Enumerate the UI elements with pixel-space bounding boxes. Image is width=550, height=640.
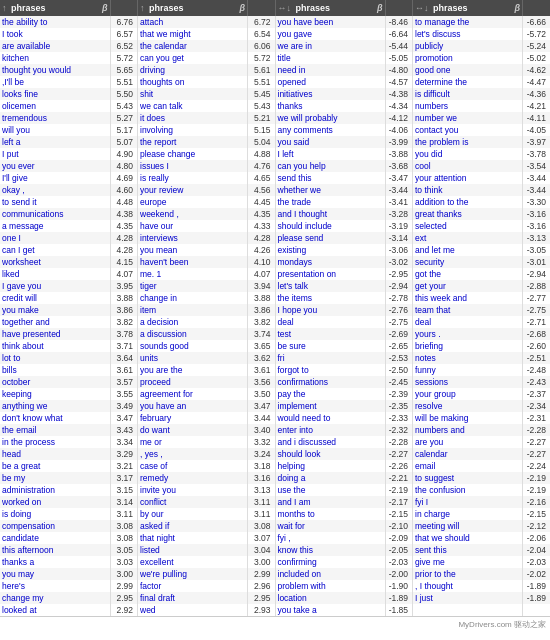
phrases-table: ↑ phrases β ↑ phrases β ↔↓ phrases β ↔↓ … bbox=[0, 0, 550, 616]
score-cell: -2.37 bbox=[523, 388, 551, 400]
phrase-cell: I'll give bbox=[0, 172, 110, 184]
phrase-cell: any comments bbox=[275, 124, 385, 136]
score-cell: -3.44 bbox=[523, 172, 551, 184]
score-cell: -2.78 bbox=[385, 292, 413, 304]
phrase-cell: presentation on bbox=[275, 268, 385, 280]
phrase-cell: give me bbox=[413, 556, 523, 568]
score-cell: 3.11 bbox=[248, 496, 276, 508]
phrase-cell: we're pulling bbox=[138, 568, 248, 580]
col-header-beta-3 bbox=[385, 0, 413, 16]
score-cell: -3.01 bbox=[523, 256, 551, 268]
phrase-cell: the email bbox=[0, 424, 110, 436]
score-cell: 3.00 bbox=[110, 568, 138, 580]
main-table-container: ↑ phrases β ↑ phrases β ↔↓ phrases β ↔↓ … bbox=[0, 0, 550, 632]
phrase-cell: is doing bbox=[0, 508, 110, 520]
score-cell: -1.89 bbox=[385, 592, 413, 604]
score-cell: 3.49 bbox=[110, 400, 138, 412]
score-cell: 4.48 bbox=[110, 196, 138, 208]
score-cell: -3.05 bbox=[523, 244, 551, 256]
score-cell: -5.44 bbox=[385, 40, 413, 52]
score-cell: -2.04 bbox=[523, 544, 551, 556]
score-cell: -2.10 bbox=[385, 520, 413, 532]
phrase-cell: proceed bbox=[138, 376, 248, 388]
phrase-cell: be my bbox=[0, 472, 110, 484]
score-cell: 5.72 bbox=[248, 52, 276, 64]
phrase-cell: meeting will bbox=[413, 520, 523, 532]
score-cell: 5.27 bbox=[110, 112, 138, 124]
score-cell: -2.45 bbox=[385, 376, 413, 388]
score-cell: -3.41 bbox=[385, 196, 413, 208]
phrase-cell: yours . bbox=[413, 328, 523, 340]
score-cell: 3.62 bbox=[248, 352, 276, 364]
score-cell: -4.06 bbox=[385, 124, 413, 136]
col-header-beta-1 bbox=[110, 0, 138, 16]
phrase-cell: conflict bbox=[138, 496, 248, 508]
score-cell: -2.88 bbox=[523, 280, 551, 292]
score-cell: 3.14 bbox=[110, 496, 138, 508]
score-cell: -2.94 bbox=[523, 268, 551, 280]
score-cell: -2.06 bbox=[523, 532, 551, 544]
phrase-cell: a message bbox=[0, 220, 110, 232]
score-cell: 3.86 bbox=[110, 304, 138, 316]
phrase-cell: the trade bbox=[275, 196, 385, 208]
table-row: administration3.15invite you3.13use the-… bbox=[0, 484, 550, 496]
score-cell: -2.95 bbox=[385, 268, 413, 280]
score-cell: 3.08 bbox=[248, 520, 276, 532]
score-cell: -2.26 bbox=[385, 460, 413, 472]
score-cell: -2.33 bbox=[385, 412, 413, 424]
table-row: are available6.52the calendar6.06we are … bbox=[0, 40, 550, 52]
score-cell: -5.24 bbox=[523, 40, 551, 52]
phrase-cell: worksheet bbox=[0, 256, 110, 268]
score-cell: -3.30 bbox=[523, 196, 551, 208]
score-cell: -4.21 bbox=[523, 100, 551, 112]
table-row: in the process3.34me or3.32and i discuss… bbox=[0, 436, 550, 448]
phrase-cell: wait for bbox=[275, 520, 385, 532]
score-cell: 3.95 bbox=[110, 280, 138, 292]
score-cell: -4.12 bbox=[385, 112, 413, 124]
score-cell: 3.43 bbox=[110, 424, 138, 436]
phrase-cell: confirmations bbox=[275, 376, 385, 388]
phrase-cell: months to bbox=[275, 508, 385, 520]
phrase-cell: kitchen bbox=[0, 52, 110, 64]
col-header-beta-4 bbox=[523, 0, 551, 16]
phrase-cell: olicemen bbox=[0, 100, 110, 112]
score-cell: -6.66 bbox=[523, 16, 551, 28]
table-row: don't know what3.47february3.44would nee… bbox=[0, 412, 550, 424]
phrase-cell: candidate bbox=[0, 532, 110, 544]
phrase-cell: that night bbox=[138, 532, 248, 544]
score-cell: -4.34 bbox=[385, 100, 413, 112]
phrase-cell: change my bbox=[0, 592, 110, 604]
table-row: olicemen5.43we can talk5.43thanks-4.34nu… bbox=[0, 100, 550, 112]
table-row: october3.57proceed3.56confirmations-2.45… bbox=[0, 376, 550, 388]
phrase-cell: the confusion bbox=[413, 484, 523, 496]
phrase-cell: you said bbox=[275, 136, 385, 148]
phrase-cell: this week and bbox=[413, 292, 523, 304]
phrase-cell: that we should bbox=[413, 532, 523, 544]
score-cell: 3.08 bbox=[110, 520, 138, 532]
phrase-cell: to think bbox=[413, 184, 523, 196]
score-cell: -3.19 bbox=[385, 220, 413, 232]
phrase-cell: tremendous bbox=[0, 112, 110, 124]
score-cell: -2.76 bbox=[385, 304, 413, 316]
table-row: keeping3.55agreement for3.50pay the-2.39… bbox=[0, 388, 550, 400]
phrase-cell: a decision bbox=[138, 316, 248, 328]
phrase-cell: think about bbox=[0, 340, 110, 352]
score-cell: 3.74 bbox=[248, 328, 276, 340]
phrase-cell: have presented bbox=[0, 328, 110, 340]
table-row: liked4.07me. 14.07presentation on-2.95go… bbox=[0, 268, 550, 280]
score-cell: -5.02 bbox=[523, 52, 551, 64]
score-cell: 4.26 bbox=[248, 244, 276, 256]
table-row: thanks a3.03excellent3.00confirming-2.03… bbox=[0, 556, 550, 568]
phrase-cell: thanks a bbox=[0, 556, 110, 568]
phrase-cell: publicly bbox=[413, 40, 523, 52]
score-cell: -3.16 bbox=[523, 220, 551, 232]
score-cell: 3.32 bbox=[248, 436, 276, 448]
score-cell: -2.03 bbox=[523, 556, 551, 568]
phrase-cell: it does bbox=[138, 112, 248, 124]
phrase-cell: thoughts on bbox=[138, 76, 248, 88]
phrase-cell: I left bbox=[275, 148, 385, 160]
phrase-cell: I gave you bbox=[0, 280, 110, 292]
score-cell: -3.47 bbox=[385, 172, 413, 184]
phrase-cell: thought you would bbox=[0, 64, 110, 76]
score-cell: 5.45 bbox=[248, 88, 276, 100]
